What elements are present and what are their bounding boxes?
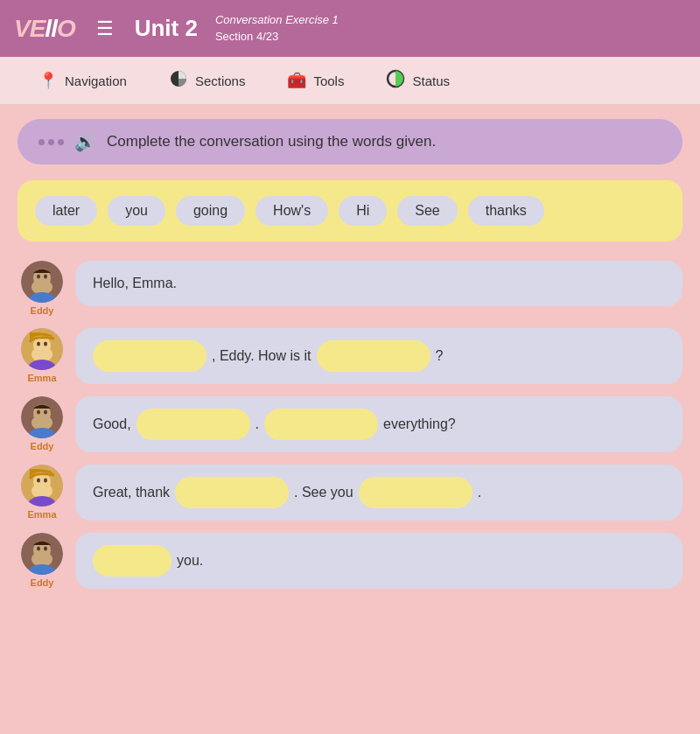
emma-avatar-1 [21, 328, 63, 370]
bubble-4: Great, thank . See you . [75, 465, 682, 521]
main-content: 🔊 Complete the conversation using the wo… [0, 105, 700, 734]
conv-row-4: Emma Great, thank . See you . [18, 465, 682, 521]
svg-point-4 [37, 275, 40, 279]
status-circle-icon [386, 69, 405, 93]
eddy-avatar-area-1: Eddy [18, 261, 66, 316]
nav-navigation-label: Navigation [65, 73, 127, 88]
navbar: 📍 Navigation Sections 🧰 Tools Status [0, 57, 700, 105]
eddy-avatar-area-3: Eddy [18, 533, 66, 588]
svg-point-16 [37, 410, 40, 415]
svg-point-23 [44, 479, 47, 483]
bubble-2: , Eddy. How is it ? [75, 328, 682, 384]
nav-item-status[interactable]: Status [365, 57, 471, 104]
bubble-3: Good, . everything? [75, 396, 682, 452]
blank-2-1[interactable] [93, 340, 206, 372]
conv-row-3: Eddy Good, . everything? [18, 396, 682, 452]
bubble-4-text-1: Great, thank [93, 485, 170, 500]
bubble-3-text-1: Good, [93, 416, 131, 432]
svg-point-22 [37, 479, 40, 483]
instruction-text: Complete the conversation using the word… [107, 133, 436, 150]
eddy-label-1: Eddy [31, 305, 54, 316]
word-chip-see[interactable]: See [397, 196, 457, 226]
nav-item-navigation[interactable]: 📍 Navigation [18, 57, 148, 104]
svg-point-10 [37, 342, 40, 346]
bubble-4-text-2: . See you [294, 485, 354, 500]
unit-title: Unit 2 [135, 15, 198, 42]
nav-sections-label: Sections [195, 73, 246, 88]
emma-label-1: Emma [27, 373, 56, 383]
word-chip-hi[interactable]: Hi [339, 196, 387, 226]
app-logo: VEllO [14, 15, 75, 43]
exercise-title: Conversation Exercise 1 [215, 12, 339, 28]
blank-4-2[interactable] [359, 477, 472, 508]
blank-3-1[interactable] [136, 409, 250, 440]
bubble-5: you. [75, 533, 682, 589]
blank-2-2[interactable] [317, 340, 430, 372]
dot-2 [48, 139, 54, 145]
bubble-1: Hello, Emma. [75, 261, 682, 306]
svg-point-5 [44, 275, 47, 279]
conv-row-1: Eddy Hello, Emma. [18, 261, 682, 316]
eddy-avatar-2 [21, 396, 63, 438]
eddy-avatar-3 [21, 533, 63, 575]
nav-item-tools[interactable]: 🧰 Tools [266, 57, 365, 104]
app-header: VEllO ☰ Unit 2 Conversation Exercise 1 S… [0, 0, 700, 57]
eddy-label-2: Eddy [31, 441, 54, 451]
word-chip-you[interactable]: you [108, 196, 165, 226]
svg-point-29 [44, 547, 47, 551]
eddy-label-3: Eddy [31, 577, 54, 588]
word-chip-hows[interactable]: How's [256, 196, 328, 226]
emma-avatar-2 [21, 465, 63, 507]
nav-status-label: Status [412, 73, 450, 88]
bubble-5-text-1: you. [177, 553, 203, 569]
speaker-icon[interactable]: 🔊 [74, 131, 96, 152]
bubble-4-text-3: . [478, 485, 481, 500]
eddy-avatar-1 [21, 261, 63, 303]
dot-3 [58, 139, 64, 145]
bubble-3-text-2: . [256, 416, 259, 432]
bubble-1-text: Hello, Emma. [93, 276, 177, 291]
pie-chart-icon [169, 69, 188, 93]
bubble-2-text-2: ? [436, 348, 444, 364]
nav-tools-label: Tools [313, 73, 344, 88]
nav-item-sections[interactable]: Sections [148, 57, 267, 104]
dots-decoration [38, 139, 64, 145]
conv-row-2: Emma , Eddy. How is it ? [18, 328, 682, 384]
svg-point-11 [44, 342, 47, 346]
word-bank: later you going How's Hi See thanks [18, 180, 682, 241]
unit-subtitle: Conversation Exercise 1 Section 4/23 [215, 12, 339, 44]
conv-row-5: Eddy you. [18, 533, 682, 589]
hamburger-menu-icon[interactable]: ☰ [96, 17, 114, 40]
dot-1 [38, 139, 45, 145]
word-chip-later[interactable]: later [35, 196, 97, 226]
eddy-avatar-area-2: Eddy [18, 396, 66, 451]
bubble-2-text-1: , Eddy. How is it [212, 348, 312, 364]
word-chip-going[interactable]: going [176, 196, 245, 226]
svg-point-17 [44, 410, 47, 415]
emma-avatar-area-1: Emma [18, 328, 66, 383]
location-icon: 📍 [38, 71, 58, 90]
emma-label-2: Emma [27, 509, 56, 520]
blank-4-1[interactable] [175, 477, 289, 508]
svg-point-28 [37, 547, 40, 551]
blank-5-1[interactable] [93, 545, 172, 577]
bubble-3-text-3: everything? [383, 416, 456, 432]
instruction-bar: 🔊 Complete the conversation using the wo… [18, 119, 682, 164]
emma-avatar-area-2: Emma [18, 465, 66, 520]
word-chip-thanks[interactable]: thanks [468, 196, 544, 226]
blank-3-2[interactable] [264, 409, 378, 440]
toolbox-icon: 🧰 [287, 71, 306, 90]
conversation-area: Eddy Hello, Emma. [18, 261, 682, 589]
section-label: Section 4/23 [215, 29, 339, 45]
